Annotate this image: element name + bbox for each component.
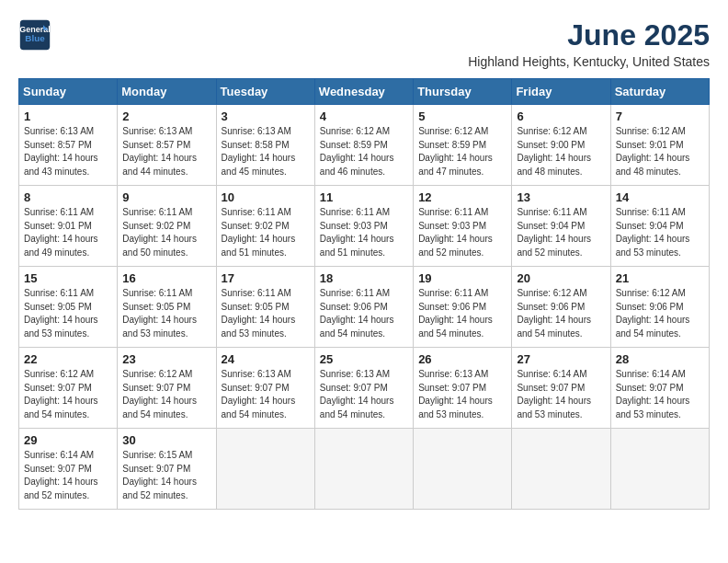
day-number: 17 [222, 271, 310, 285]
week-row: 1 Sunrise: 6:13 AMSunset: 8:57 PMDayligh… [19, 105, 710, 186]
day-number: 5 [418, 109, 506, 123]
page-header: General Blue June 2025 Highland Heights,… [18, 18, 710, 69]
day-info: Sunrise: 6:11 AMSunset: 9:05 PMDaylight:… [122, 288, 197, 339]
day-number: 26 [418, 352, 506, 366]
calendar-cell: 12 Sunrise: 6:11 AMSunset: 9:03 PMDaylig… [414, 186, 512, 267]
calendar-cell: 11 Sunrise: 6:11 AMSunset: 9:03 PMDaylig… [314, 186, 413, 267]
day-number: 3 [222, 109, 310, 123]
day-number: 4 [320, 109, 408, 123]
day-info: Sunrise: 6:13 AMSunset: 9:07 PMDaylight:… [320, 369, 394, 419]
calendar-cell: 3 Sunrise: 6:13 AMSunset: 8:58 PMDayligh… [216, 105, 314, 186]
calendar-cell: 14 Sunrise: 6:11 AMSunset: 9:04 PMDaylig… [610, 186, 709, 267]
day-info: Sunrise: 6:14 AMSunset: 9:07 PMDaylight:… [24, 450, 98, 500]
day-info: Sunrise: 6:12 AMSunset: 9:01 PMDaylight:… [616, 126, 690, 177]
calendar-cell: 10 Sunrise: 6:11 AMSunset: 9:02 PMDaylig… [216, 186, 314, 267]
day-number: 15 [24, 271, 112, 285]
day-number: 7 [616, 109, 704, 123]
calendar-cell: 18 Sunrise: 6:11 AMSunset: 9:06 PMDaylig… [314, 267, 413, 348]
calendar-cell: 19 Sunrise: 6:11 AMSunset: 9:06 PMDaylig… [414, 267, 512, 348]
calendar-cell: 28 Sunrise: 6:14 AMSunset: 9:07 PMDaylig… [610, 348, 709, 429]
day-info: Sunrise: 6:12 AMSunset: 9:06 PMDaylight:… [517, 288, 591, 339]
calendar-cell [512, 429, 610, 510]
week-row: 15 Sunrise: 6:11 AMSunset: 9:05 PMDaylig… [19, 267, 710, 348]
calendar-cell: 24 Sunrise: 6:13 AMSunset: 9:07 PMDaylig… [216, 348, 314, 429]
day-number: 13 [517, 190, 605, 204]
calendar-cell: 22 Sunrise: 6:12 AMSunset: 9:07 PMDaylig… [19, 348, 118, 429]
day-info: Sunrise: 6:11 AMSunset: 9:05 PMDaylight:… [24, 288, 98, 339]
calendar-cell: 5 Sunrise: 6:12 AMSunset: 8:59 PMDayligh… [414, 105, 512, 186]
day-info: Sunrise: 6:13 AMSunset: 9:07 PMDaylight:… [222, 369, 296, 419]
calendar-cell: 26 Sunrise: 6:13 AMSunset: 9:07 PMDaylig… [414, 348, 512, 429]
day-info: Sunrise: 6:13 AMSunset: 8:58 PMDaylight:… [222, 126, 296, 177]
calendar-cell [314, 429, 413, 510]
calendar-cell: 27 Sunrise: 6:14 AMSunset: 9:07 PMDaylig… [512, 348, 610, 429]
logo-icon: General Blue [18, 18, 51, 52]
calendar-cell: 20 Sunrise: 6:12 AMSunset: 9:06 PMDaylig… [512, 267, 610, 348]
day-info: Sunrise: 6:11 AMSunset: 9:05 PMDaylight:… [222, 288, 296, 339]
calendar-cell: 29 Sunrise: 6:14 AMSunset: 9:07 PMDaylig… [19, 429, 118, 510]
calendar-cell [414, 429, 512, 510]
day-info: Sunrise: 6:12 AMSunset: 9:06 PMDaylight:… [616, 288, 690, 339]
day-number: 27 [517, 352, 605, 366]
day-info: Sunrise: 6:12 AMSunset: 9:07 PMDaylight:… [122, 369, 197, 419]
calendar-cell [216, 429, 314, 510]
calendar-cell: 15 Sunrise: 6:11 AMSunset: 9:05 PMDaylig… [19, 267, 118, 348]
day-info: Sunrise: 6:13 AMSunset: 8:57 PMDaylight:… [122, 126, 197, 177]
col-sunday: Sunday [19, 79, 118, 105]
calendar-cell: 25 Sunrise: 6:13 AMSunset: 9:07 PMDaylig… [314, 348, 413, 429]
calendar-cell [610, 429, 709, 510]
day-info: Sunrise: 6:11 AMSunset: 9:01 PMDaylight:… [24, 207, 98, 258]
week-row: 8 Sunrise: 6:11 AMSunset: 9:01 PMDayligh… [19, 186, 710, 267]
day-info: Sunrise: 6:14 AMSunset: 9:07 PMDaylight:… [616, 369, 690, 419]
day-number: 10 [222, 190, 310, 204]
day-number: 14 [616, 190, 704, 204]
month-title: June 2025 [468, 18, 710, 52]
day-info: Sunrise: 6:12 AMSunset: 9:07 PMDaylight:… [24, 369, 98, 419]
day-number: 9 [122, 190, 210, 204]
day-number: 2 [122, 109, 210, 123]
day-info: Sunrise: 6:11 AMSunset: 9:03 PMDaylight:… [418, 207, 493, 258]
day-number: 11 [320, 190, 408, 204]
calendar-cell: 23 Sunrise: 6:12 AMSunset: 9:07 PMDaylig… [118, 348, 216, 429]
col-friday: Friday [512, 79, 610, 105]
day-info: Sunrise: 6:11 AMSunset: 9:02 PMDaylight:… [222, 207, 296, 258]
day-number: 8 [24, 190, 112, 204]
day-info: Sunrise: 6:11 AMSunset: 9:04 PMDaylight:… [517, 207, 591, 258]
week-row: 29 Sunrise: 6:14 AMSunset: 9:07 PMDaylig… [19, 429, 710, 510]
day-number: 21 [616, 271, 704, 285]
day-number: 6 [517, 109, 605, 123]
col-monday: Monday [118, 79, 216, 105]
day-number: 1 [24, 109, 112, 123]
col-tuesday: Tuesday [216, 79, 314, 105]
calendar-cell: 21 Sunrise: 6:12 AMSunset: 9:06 PMDaylig… [610, 267, 709, 348]
day-number: 29 [24, 433, 112, 447]
day-info: Sunrise: 6:14 AMSunset: 9:07 PMDaylight:… [517, 369, 591, 419]
calendar-cell: 7 Sunrise: 6:12 AMSunset: 9:01 PMDayligh… [610, 105, 709, 186]
calendar-cell: 6 Sunrise: 6:12 AMSunset: 9:00 PMDayligh… [512, 105, 610, 186]
col-saturday: Saturday [610, 79, 709, 105]
day-number: 28 [616, 352, 704, 366]
day-info: Sunrise: 6:11 AMSunset: 9:04 PMDaylight:… [616, 207, 690, 258]
calendar-cell: 9 Sunrise: 6:11 AMSunset: 9:02 PMDayligh… [118, 186, 216, 267]
day-number: 25 [320, 352, 408, 366]
calendar-cell: 16 Sunrise: 6:11 AMSunset: 9:05 PMDaylig… [118, 267, 216, 348]
day-info: Sunrise: 6:11 AMSunset: 9:02 PMDaylight:… [122, 207, 197, 258]
day-info: Sunrise: 6:11 AMSunset: 9:03 PMDaylight:… [320, 207, 394, 258]
day-info: Sunrise: 6:15 AMSunset: 9:07 PMDaylight:… [122, 450, 197, 500]
title-area: June 2025 Highland Heights, Kentucky, Un… [468, 18, 710, 69]
location-title: Highland Heights, Kentucky, United State… [468, 54, 710, 69]
day-info: Sunrise: 6:13 AMSunset: 8:57 PMDaylight:… [24, 126, 98, 177]
day-info: Sunrise: 6:13 AMSunset: 9:07 PMDaylight:… [418, 369, 493, 419]
week-row: 22 Sunrise: 6:12 AMSunset: 9:07 PMDaylig… [19, 348, 710, 429]
calendar-cell: 30 Sunrise: 6:15 AMSunset: 9:07 PMDaylig… [118, 429, 216, 510]
calendar-cell: 17 Sunrise: 6:11 AMSunset: 9:05 PMDaylig… [216, 267, 314, 348]
calendar-cell: 1 Sunrise: 6:13 AMSunset: 8:57 PMDayligh… [19, 105, 118, 186]
day-number: 18 [320, 271, 408, 285]
day-info: Sunrise: 6:12 AMSunset: 8:59 PMDaylight:… [320, 126, 394, 177]
day-number: 30 [122, 433, 210, 447]
day-number: 20 [517, 271, 605, 285]
calendar-table: Sunday Monday Tuesday Wednesday Thursday… [18, 78, 710, 510]
day-info: Sunrise: 6:11 AMSunset: 9:06 PMDaylight:… [320, 288, 394, 339]
logo: General Blue [18, 18, 51, 52]
header-row: Sunday Monday Tuesday Wednesday Thursday… [19, 79, 710, 105]
